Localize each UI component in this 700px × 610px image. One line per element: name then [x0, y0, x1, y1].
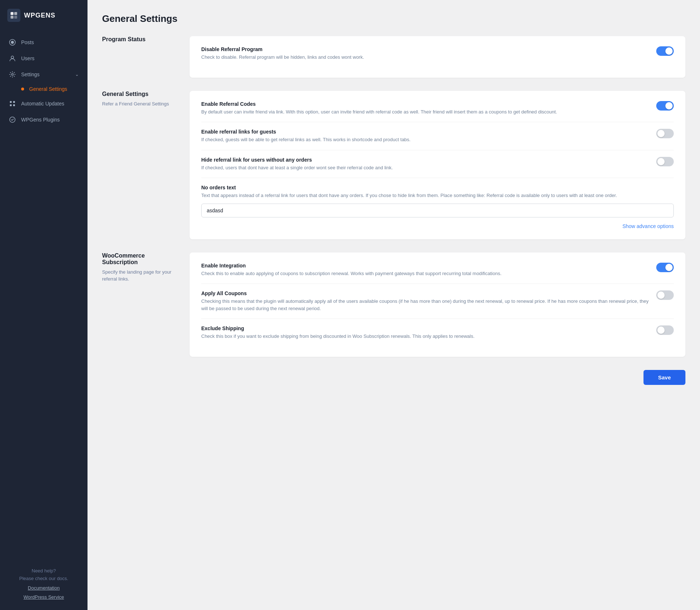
sidebar-item-settings[interactable]: Settings ⌄	[0, 66, 88, 82]
page-footer: Save	[102, 370, 685, 385]
setting-desc-hide-referral-link-no-orders: If checked, users that dont have at leas…	[201, 164, 649, 171]
toggle-thumb	[657, 327, 665, 334]
logo-icon	[7, 9, 20, 22]
toggle-thumb	[665, 264, 673, 271]
section-label-general-settings: General Settings Refer a Friend General …	[102, 91, 175, 239]
setting-desc-exclude-shipping: Check this box if you want to exclude sh…	[201, 333, 649, 340]
posts-icon	[9, 39, 16, 46]
section-desc-general-settings: Refer a Friend General Settings	[102, 100, 175, 108]
svg-rect-0	[11, 12, 13, 15]
setting-row-enable-referral-links-guests: Enable referral links for guests If chec…	[201, 122, 674, 150]
toggle-track	[656, 101, 674, 111]
toggle-hide-referral-link-no-orders[interactable]	[656, 157, 674, 166]
settings-icon	[9, 71, 16, 78]
sidebar-item-settings-label: Settings	[21, 72, 40, 77]
section-card-program-status: Disable Referral Program Check to disabl…	[190, 36, 685, 78]
sidebar: WPGENS Posts Users	[0, 0, 88, 610]
sidebar-item-posts[interactable]: Posts	[0, 34, 88, 50]
users-icon	[9, 55, 16, 62]
setting-row-enable-integration: Enable Integration Check this to enable …	[201, 263, 674, 284]
sidebar-item-users[interactable]: Users	[0, 50, 88, 66]
toggle-thumb	[657, 292, 665, 299]
setting-title-enable-referral-codes: Enable Referral Codes	[201, 101, 649, 107]
toggle-exclude-shipping[interactable]	[656, 325, 674, 335]
setting-desc-enable-referral-links-guests: If checked, guests will be able to get r…	[201, 136, 649, 143]
toggle-enable-referral-codes[interactable]	[656, 101, 674, 111]
toggle-enable-referral-links-guests[interactable]	[656, 129, 674, 138]
sidebar-item-automatic-updates[interactable]: Automatic Updates	[0, 96, 88, 112]
setting-info-enable-integration: Enable Integration Check this to enable …	[201, 263, 656, 277]
sidebar-item-posts-label: Posts	[21, 39, 34, 45]
setting-row-disable-referral-program: Disable Referral Program Check to disabl…	[201, 46, 674, 67]
setting-info-apply-all-coupons: Apply All Coupons Checking this means th…	[201, 290, 656, 312]
toggle-track	[656, 129, 674, 138]
setting-info-enable-referral-codes: Enable Referral Codes By default user ca…	[201, 101, 656, 116]
setting-title-enable-referral-links-guests: Enable referral links for guests	[201, 129, 649, 135]
setting-title-disable-referral-program: Disable Referral Program	[201, 46, 649, 52]
section-woocommerce-subscription: WooCommerceSubscription Specify the land…	[102, 252, 685, 357]
svg-rect-11	[13, 104, 15, 106]
show-advance-options-link[interactable]: Show advance options	[201, 223, 674, 229]
setting-desc-enable-integration: Check this to enable auto applying of co…	[201, 270, 649, 277]
toggle-thumb	[665, 102, 673, 109]
setting-title-hide-referral-link-no-orders: Hide referral link for users without any…	[201, 157, 649, 163]
section-title-general-settings: General Settings	[102, 91, 175, 97]
section-program-status: Program Status Disable Referral Program …	[102, 36, 685, 78]
toggle-track	[656, 157, 674, 166]
setting-desc-apply-all-coupons: Checking this means that the plugin will…	[201, 298, 649, 312]
toggle-enable-integration[interactable]	[656, 263, 674, 272]
setting-row-enable-referral-codes: Enable Referral Codes By default user ca…	[201, 101, 674, 123]
svg-point-5	[11, 41, 14, 44]
setting-title-enable-integration: Enable Integration	[201, 263, 649, 269]
section-label-woocommerce-subscription: WooCommerceSubscription Specify the land…	[102, 252, 175, 357]
setting-row-exclude-shipping: Exclude Shipping Check this box if you w…	[201, 319, 674, 347]
toggle-thumb	[665, 47, 673, 55]
help-text: Need help?Please check our docs.	[7, 567, 80, 583]
no-orders-text-input[interactable]	[201, 204, 674, 217]
setting-info-exclude-shipping: Exclude Shipping Check this box if you w…	[201, 325, 656, 340]
setting-info-disable-referral-program: Disable Referral Program Check to disabl…	[201, 46, 656, 61]
svg-rect-3	[14, 16, 17, 19]
sidebar-item-users-label: Users	[21, 55, 35, 61]
page-title: General Settings	[102, 13, 685, 24]
sidebar-item-automatic-updates-label: Automatic Updates	[21, 101, 64, 107]
setting-info-enable-referral-links-guests: Enable referral links for guests If chec…	[201, 129, 656, 143]
svg-rect-2	[11, 16, 13, 19]
setting-row-hide-referral-link-no-orders: Hide referral link for users without any…	[201, 150, 674, 178]
svg-rect-10	[10, 104, 12, 106]
chevron-down-icon: ⌄	[75, 72, 79, 77]
setting-desc-no-orders-text: Text that appears instead of a referral …	[201, 192, 674, 199]
setting-desc-enable-referral-codes: By default user can invite friend via li…	[201, 108, 649, 116]
sidebar-item-general-settings-label: General Settings	[29, 86, 67, 92]
setting-title-no-orders-text: No orders text	[201, 185, 674, 190]
sidebar-item-wpgens-plugins-label: WPGens Plugins	[21, 117, 60, 123]
save-button[interactable]: Save	[643, 370, 685, 385]
service-link[interactable]: WordPress Service	[23, 594, 64, 600]
toggle-track	[656, 290, 674, 300]
svg-rect-8	[10, 101, 12, 103]
toggle-track	[656, 263, 674, 272]
svg-point-6	[11, 56, 14, 59]
section-card-woocommerce-subscription: Enable Integration Check this to enable …	[190, 252, 685, 357]
toggle-thumb	[657, 158, 665, 165]
svg-rect-1	[14, 12, 17, 15]
sidebar-item-wpgens-plugins[interactable]: WPGens Plugins	[0, 112, 88, 128]
svg-rect-9	[13, 101, 15, 103]
docs-link[interactable]: Documentation	[28, 585, 59, 591]
sidebar-item-general-settings[interactable]: General Settings	[0, 82, 88, 96]
toggle-track	[656, 46, 674, 56]
toggle-disable-referral-program[interactable]	[656, 46, 674, 56]
main-content: General Settings Program Status Disable …	[88, 0, 700, 610]
section-desc-woocommerce-subscription: Specify the landing page for your referr…	[102, 269, 175, 283]
updates-icon	[9, 100, 16, 107]
sidebar-navigation: Posts Users Settings ⌄	[0, 31, 88, 131]
setting-desc-disable-referral-program: Check to disable. Referral program will …	[201, 54, 649, 61]
section-general-settings: General Settings Refer a Friend General …	[102, 91, 685, 239]
toggle-thumb	[657, 130, 665, 137]
section-title-program-status: Program Status	[102, 36, 175, 43]
toggle-apply-all-coupons[interactable]	[656, 290, 674, 300]
plugins-icon	[9, 116, 16, 123]
setting-title-exclude-shipping: Exclude Shipping	[201, 325, 649, 331]
setting-row-no-orders-text: No orders text Text that appears instead…	[201, 178, 674, 217]
setting-title-apply-all-coupons: Apply All Coupons	[201, 290, 649, 296]
